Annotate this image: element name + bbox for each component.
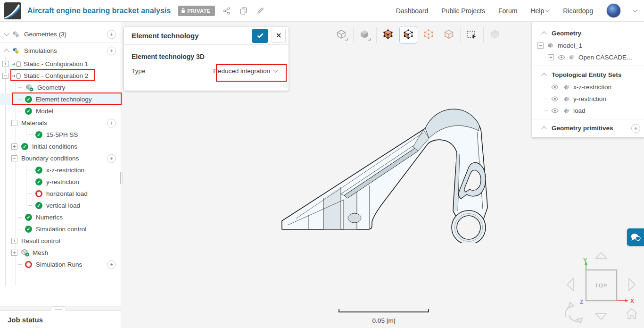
collapse-icon[interactable]: − bbox=[11, 120, 17, 126]
add-geometry-button[interactable]: + bbox=[107, 30, 116, 39]
nav-dashboard[interactable]: Dashboard bbox=[396, 7, 429, 15]
tool-box-select[interactable] bbox=[463, 26, 481, 44]
logo-swoosh-icon bbox=[4, 2, 21, 19]
rotate-left-arrow[interactable] bbox=[567, 278, 573, 291]
tree-item-boundary-conditions[interactable]: − Boundary conditions + bbox=[0, 152, 121, 164]
tree-item-vertical-load[interactable]: ✓ vertical load bbox=[0, 200, 121, 211]
tree-connector bbox=[18, 111, 22, 111]
tree-connector bbox=[18, 264, 22, 265]
tree-connector bbox=[18, 217, 22, 218]
scene-item-open-cascade[interactable]: + Open CASCADE STE... bbox=[532, 51, 644, 63]
add-geometry-primitive-button[interactable]: + bbox=[631, 124, 640, 133]
tree-connector bbox=[28, 135, 33, 135]
tool-transform[interactable] bbox=[486, 26, 504, 44]
model-icon bbox=[547, 42, 554, 49]
tree-item-simulation-runs[interactable]: Simulation Runs + bbox=[0, 259, 121, 270]
home-view-icon[interactable] bbox=[627, 309, 637, 319]
tree-item-simulation-control[interactable]: ✓ Simulation control bbox=[0, 223, 121, 235]
expand-icon[interactable]: + bbox=[11, 143, 17, 150]
tree-connector bbox=[544, 99, 548, 99]
share-button[interactable] bbox=[222, 6, 232, 16]
duplicate-button[interactable] bbox=[239, 6, 249, 16]
viewport-toolbar bbox=[331, 26, 505, 44]
tree-item-mesh[interactable]: + Mesh bbox=[0, 247, 121, 259]
visibility-eye-icon[interactable] bbox=[551, 96, 559, 101]
scene-item-y-restriction[interactable]: y-restriction bbox=[532, 93, 644, 105]
static-analysis-icon bbox=[11, 61, 21, 67]
section-geometry[interactable]: Geometry bbox=[532, 27, 644, 40]
visibility-eye-icon[interactable] bbox=[558, 55, 565, 60]
nav-help[interactable]: Help bbox=[530, 7, 550, 15]
add-boundary-condition-button[interactable]: + bbox=[107, 154, 116, 163]
tree-item-geometries[interactable]: Geometries (3) + bbox=[0, 28, 121, 40]
section-geometry-primitives[interactable]: Geometry primitives + bbox=[532, 122, 644, 135]
expand-icon[interactable]: + bbox=[11, 238, 17, 244]
scene-item-x-z-restriction[interactable]: x-z-restriction bbox=[532, 81, 644, 93]
tool-select-edge[interactable] bbox=[440, 26, 458, 44]
element-technology-dialog: Element technology Element technology 3D… bbox=[124, 27, 289, 91]
sidebar-resize-handle[interactable] bbox=[120, 172, 123, 184]
scene-item-model-1[interactable]: − model_1 bbox=[532, 40, 644, 51]
rotate-down-arrow[interactable] bbox=[595, 313, 607, 320]
tree-item-materials[interactable]: − Materials + bbox=[0, 117, 121, 129]
edit-button[interactable] bbox=[256, 6, 266, 16]
status-complete-icon: ✓ bbox=[25, 226, 32, 233]
tree-item-geometry[interactable]: Geometry bbox=[0, 82, 121, 93]
section-topological-entity-sets[interactable]: Topological Entity Sets bbox=[532, 68, 644, 81]
3d-model-bearing-bracket[interactable] bbox=[273, 101, 490, 243]
divider bbox=[532, 119, 644, 119]
tree-item-static-configuration-1[interactable]: + Static - Configuration 1 bbox=[0, 58, 121, 70]
nav-forum[interactable]: Forum bbox=[498, 7, 517, 15]
tool-shaded-view[interactable] bbox=[356, 26, 374, 44]
tree-item-15-5ph-ss[interactable]: ✓ 15-5PH SS bbox=[0, 129, 121, 141]
scene-item-load[interactable]: load bbox=[532, 105, 644, 117]
geometries-cubes-icon bbox=[12, 31, 20, 38]
status-complete-icon: ✓ bbox=[35, 178, 42, 185]
rotate-right-arrow[interactable] bbox=[629, 278, 635, 291]
collapse-icon[interactable]: − bbox=[11, 155, 17, 161]
expand-icon[interactable]: + bbox=[11, 250, 17, 256]
close-button[interactable] bbox=[272, 29, 286, 43]
tree-item-numerics[interactable]: ✓ Numerics bbox=[0, 211, 121, 223]
tree-item-model[interactable]: ✓ Model bbox=[0, 105, 121, 117]
add-simulation-run-button[interactable]: + bbox=[107, 260, 116, 269]
collapse-icon[interactable]: − bbox=[537, 42, 544, 49]
expand-icon[interactable]: + bbox=[2, 61, 8, 67]
tree-item-static-configuration-2[interactable]: − Static - Configuration 2 bbox=[0, 70, 121, 82]
tree-item-initial-conditions[interactable]: + ✓ Initial conditions bbox=[0, 141, 121, 152]
tool-select-vertex[interactable] bbox=[420, 26, 438, 44]
tree-item-x-z-restriction[interactable]: ✓ x-z-restriction bbox=[0, 164, 121, 176]
tree-item-simulations[interactable]: Simulations + bbox=[0, 45, 121, 57]
tree-item-horizontal-load[interactable]: horizontal load bbox=[0, 188, 121, 200]
tree-item-element-technology[interactable]: ✓ Element technology bbox=[0, 93, 121, 105]
nav-username[interactable]: Ricardopg bbox=[563, 7, 593, 15]
type-dropdown-value: Reduced integration bbox=[213, 67, 270, 75]
job-status-collapse-handle[interactable] bbox=[51, 306, 66, 311]
visibility-eye-icon[interactable] bbox=[551, 84, 559, 90]
app-logo[interactable] bbox=[4, 2, 21, 19]
add-simulation-button[interactable]: + bbox=[107, 46, 116, 55]
confirm-button[interactable] bbox=[252, 29, 268, 43]
chat-button[interactable] bbox=[627, 228, 644, 246]
tool-select-face[interactable] bbox=[399, 26, 417, 44]
toolbar-separator bbox=[460, 27, 461, 43]
visibility-eye-icon[interactable] bbox=[551, 108, 559, 113]
tree-connector bbox=[18, 229, 22, 229]
rotate-up-arrow[interactable] bbox=[595, 252, 607, 259]
type-dropdown[interactable]: Reduced integration bbox=[213, 67, 281, 75]
tool-fit-view[interactable] bbox=[333, 26, 351, 44]
orbit-rotate-arrows[interactable] bbox=[565, 303, 582, 323]
collapse-icon[interactable]: − bbox=[2, 73, 8, 79]
expand-icon[interactable]: + bbox=[548, 54, 554, 60]
edit-pencil-icon bbox=[257, 7, 264, 14]
tree-item-y-restriction[interactable]: ✓ y-restriction bbox=[0, 176, 121, 188]
avatar[interactable] bbox=[606, 3, 621, 18]
section-heading: Element technology 3D bbox=[132, 53, 281, 60]
view-cube-face-label: TOP bbox=[595, 283, 608, 288]
nav-public-projects[interactable]: Public Projects bbox=[441, 7, 485, 15]
tree-item-result-control[interactable]: + Result control bbox=[0, 235, 121, 247]
add-material-button[interactable]: + bbox=[107, 118, 116, 127]
account-chevron-down-icon[interactable] bbox=[633, 8, 637, 12]
tool-select-volume[interactable] bbox=[379, 26, 397, 44]
divider bbox=[0, 42, 121, 43]
